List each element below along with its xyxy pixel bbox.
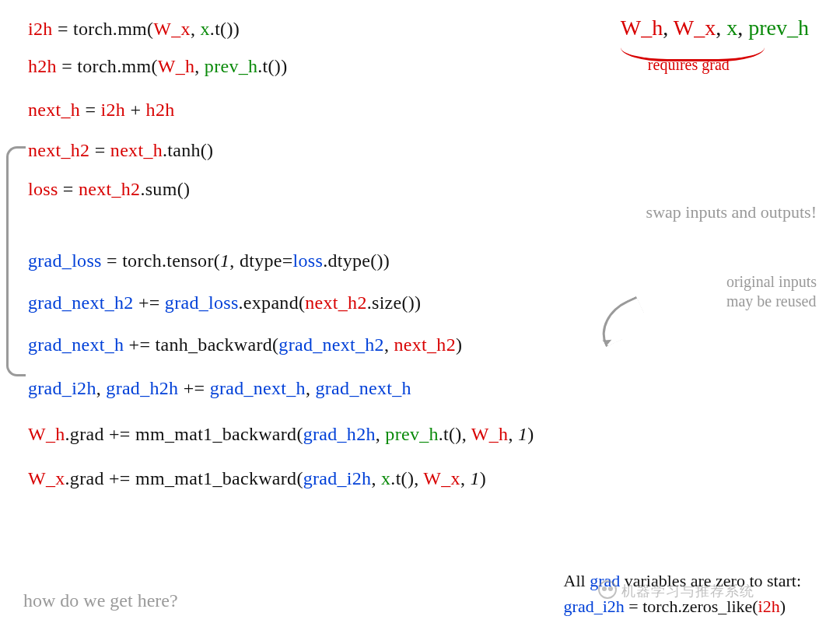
code-line-2: h2h = torch.mm(W_h, prev_h.t()) [28,56,287,77]
legend-wx: W_x [674,16,716,40]
legend-wh: W_h [621,16,663,40]
code-line-3: next_h = i2h + h2h [28,100,174,121]
code-line-11: W_x.grad += mm_mat1_backward(grad_i2h, x… [28,468,486,489]
code-line-5: loss = next_h2.sum() [28,179,190,200]
code-line-10: W_h.grad += mm_mat1_backward(grad_h2h, p… [28,424,534,445]
annotation-reuse: original inputs may be reused [726,272,817,311]
code-line-1: i2h = torch.mm(W_x, x.t()) [28,19,240,40]
legend-box: W_h, W_x, x, prev_h requires grad [621,16,809,40]
code-line-4: next_h2 = next_h.tanh() [28,140,213,161]
code-line-8: grad_next_h += tanh_backward(grad_next_h… [28,334,462,355]
code-line-9: grad_i2h, grad_h2h += grad_next_h, grad_… [28,378,411,399]
code-line-7: grad_next_h2 += grad_loss.expand(next_h2… [28,292,421,313]
arrow-icon [592,296,650,348]
legend-note: requires grad [648,56,730,74]
legend-x: x [726,16,737,40]
annotation-swap: swap inputs and outputs! [646,202,817,222]
watermark: 机器学习与推荐系统 [598,580,754,600]
legend-prevh: prev_h [748,16,809,40]
annotation-how: how do we get here? [23,590,178,611]
handwritten-slide: W_h, W_x, x, prev_h requires grad i2h = … [0,0,840,630]
legend-vars: W_h, W_x, x, prev_h [621,16,809,40]
code-line-6: grad_loss = torch.tensor(1, dtype=loss.d… [28,250,390,271]
bracket-icon [6,146,26,376]
wechat-icon [598,580,617,599]
